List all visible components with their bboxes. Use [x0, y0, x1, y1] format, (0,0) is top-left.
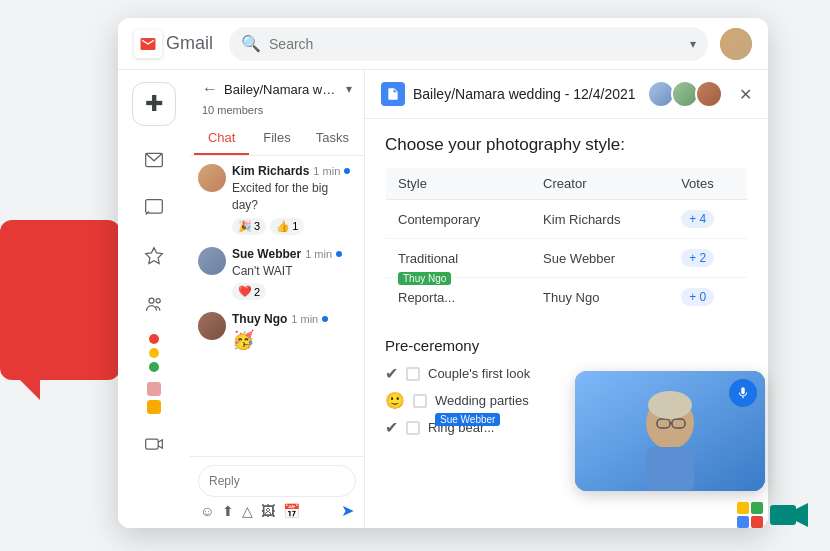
compose-icon: ✚	[145, 91, 163, 117]
reaction-thumbs[interactable]: 👍 1	[270, 218, 304, 235]
msg-text-kim: Excited for the big day?	[232, 180, 356, 214]
sidebar-item-mail[interactable]	[132, 138, 176, 182]
check-icon-3: ✔	[385, 418, 398, 437]
reply-actions: ☺ ⬆ △ 🖼 📅 ➤	[198, 501, 356, 520]
msg-reactions-kim: 🎉 3 👍 1	[232, 218, 356, 235]
svg-marker-2	[146, 248, 163, 264]
meet-camera-icon[interactable]	[770, 501, 808, 529]
style-contemporary: Contemporary	[386, 200, 532, 239]
votes-0: + 0	[669, 278, 747, 317]
chat-message: Sue Webber 1 min Can't WAIT ❤️ 2	[198, 247, 356, 301]
chat-message: Kim Richards 1 min Excited for the big d…	[198, 164, 356, 235]
dot-yellow	[149, 348, 159, 358]
avatar-image	[720, 28, 752, 60]
checkbox-3[interactable]	[406, 421, 420, 435]
msg-time-sue: 1 min	[305, 248, 332, 260]
gmail-m-icon	[134, 30, 162, 58]
msg-online-dot-thuy	[322, 316, 328, 322]
msg-content-kim: Kim Richards 1 min Excited for the big d…	[232, 164, 356, 235]
meet-icon-area	[737, 501, 808, 529]
pre-ceremony-title: Pre-ceremony	[385, 337, 748, 354]
sidebar-item-meet[interactable]	[132, 422, 176, 466]
avatar-sue	[198, 247, 226, 275]
col-creator: Creator	[531, 168, 669, 200]
tab-files[interactable]: Files	[249, 122, 304, 155]
table-header-row: Style Creator Votes	[386, 168, 748, 200]
sidebar-item-chat[interactable]	[132, 186, 176, 230]
table-row: Contemporary Kim Richards + 4	[386, 200, 748, 239]
vote-chip-0[interactable]: + 0	[681, 288, 714, 306]
doc-title: Bailey/Namara wedding - 12/4/2021	[413, 86, 643, 102]
col-votes: Votes	[669, 168, 747, 200]
attach-icon[interactable]: ⬆	[222, 503, 234, 519]
gmail-logo-text: Gmail	[166, 33, 213, 54]
reply-input[interactable]	[198, 465, 356, 497]
avatar-kim	[198, 164, 226, 192]
creator-sue: Sue Webber	[531, 239, 669, 278]
color-blocks-row1	[737, 502, 763, 514]
red-bubble-decoration	[0, 220, 120, 380]
chat-chevron-icon[interactable]: ▾	[346, 82, 352, 96]
chat-tabs: Chat Files Tasks	[190, 122, 364, 156]
search-icon: 🔍	[241, 34, 261, 53]
doc-avatar-3	[695, 80, 723, 108]
sidebar-dots	[149, 334, 159, 372]
doc-close-button[interactable]: ✕	[739, 85, 752, 104]
search-input[interactable]	[269, 36, 678, 52]
chat-reply-area: ☺ ⬆ △ 🖼 📅 ➤	[190, 456, 364, 528]
vote-chip-4[interactable]: + 4	[681, 210, 714, 228]
chat-header: ← Bailey/Namara wed... ▾	[190, 70, 364, 104]
sidebar-item-rooms[interactable]	[132, 282, 176, 326]
back-arrow-button[interactable]: ←	[202, 80, 218, 98]
check-icon-2: 🙂	[385, 391, 405, 410]
search-dropdown-icon[interactable]: ▾	[690, 37, 696, 51]
photography-table: Style Creator Votes Contemporary Kim Ric…	[385, 167, 748, 317]
msg-time-kim: 1 min	[313, 165, 340, 177]
chat-title: Bailey/Namara wed...	[224, 82, 340, 97]
msg-header-thuy: Thuy Ngo 1 min	[232, 312, 356, 326]
search-bar[interactable]: 🔍 ▾	[229, 27, 708, 61]
reply-send-button[interactable]: ➤	[341, 501, 354, 520]
sidebar-icons: ✚	[118, 70, 190, 528]
yellow-block	[737, 502, 749, 514]
sidebar-item-starred[interactable]	[132, 234, 176, 278]
tab-chat[interactable]: Chat	[194, 122, 249, 155]
user-avatar[interactable]	[720, 28, 752, 60]
dot-green	[149, 362, 159, 372]
blue-block	[737, 516, 749, 528]
calendar-icon[interactable]: 📅	[283, 503, 300, 519]
msg-name-kim: Kim Richards	[232, 164, 309, 178]
svg-rect-5	[146, 439, 159, 449]
svg-point-3	[149, 298, 154, 303]
compose-button[interactable]: ✚	[132, 82, 176, 126]
msg-online-dot-sue	[336, 251, 342, 257]
color-blocks	[737, 502, 763, 528]
checkbox-1[interactable]	[406, 367, 420, 381]
meet-video-feed	[575, 371, 765, 491]
msg-header-kim: Kim Richards 1 min	[232, 164, 356, 178]
green-block	[751, 502, 763, 514]
meet-thumbnail[interactable]	[575, 371, 765, 491]
tab-tasks[interactable]: Tasks	[305, 122, 360, 155]
dot-red	[149, 334, 159, 344]
chat-members-count: 10 members	[190, 104, 364, 122]
msg-content-thuy: Thuy Ngo 1 min 🥳	[232, 312, 356, 353]
meet-mic-button[interactable]	[729, 379, 757, 407]
check-icon-1: ✔	[385, 364, 398, 383]
vote-chip-2[interactable]: + 2	[681, 249, 714, 267]
emoji-icon[interactable]: ☺	[200, 503, 214, 519]
checklist-label-2: Wedding parties Sue Webber	[435, 393, 529, 408]
msg-time-thuy: 1 min	[291, 313, 318, 325]
svg-point-12	[648, 391, 692, 419]
image-icon[interactable]: 🖼	[261, 503, 275, 519]
checkbox-2[interactable]	[413, 394, 427, 408]
svg-point-4	[156, 299, 160, 303]
drive-icon[interactable]: △	[242, 503, 253, 519]
msg-reactions-sue: ❤️ 2	[232, 283, 356, 300]
reaction-heart[interactable]: ❤️ 2	[232, 283, 266, 300]
reaction-party[interactable]: 🎉 3	[232, 218, 266, 235]
msg-text-thuy: 🥳	[232, 328, 356, 353]
msg-content-sue: Sue Webber 1 min Can't WAIT ❤️ 2	[232, 247, 356, 301]
msg-header-sue: Sue Webber 1 min	[232, 247, 356, 261]
style-reportage: Thuy Ngo Reporta...	[386, 278, 532, 317]
